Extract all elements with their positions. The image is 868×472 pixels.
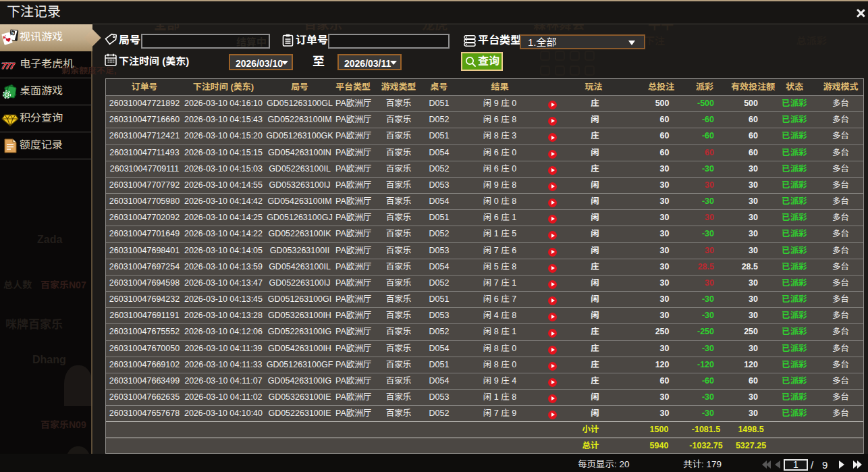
svg-text:0: 0 bbox=[5, 93, 8, 97]
svg-text:777: 777 bbox=[1, 61, 15, 71]
